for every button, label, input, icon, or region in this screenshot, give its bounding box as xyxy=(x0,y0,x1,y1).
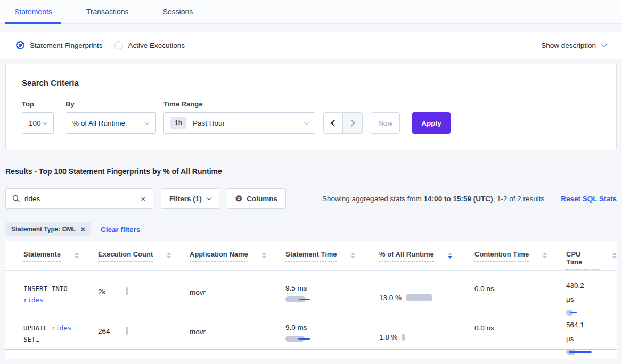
columns-button[interactable]: ⚙ Columns xyxy=(227,188,286,209)
clear-search-icon[interactable]: × xyxy=(140,194,146,203)
sort-asc-icon xyxy=(543,252,547,255)
sort-desc-icon xyxy=(543,256,547,259)
clear-filters-link[interactable]: Clear filters xyxy=(101,226,140,234)
by-label: By xyxy=(66,100,156,108)
pct-runtime-value: 13.0 % xyxy=(379,291,402,305)
chevron-down-icon xyxy=(43,120,48,125)
column-header-execution-count[interactable]: Execution Count xyxy=(98,250,190,270)
column-header-application-name[interactable]: Application Name xyxy=(190,250,285,270)
radio-active-executions[interactable]: Active Executions xyxy=(114,41,185,49)
radio-unselected-icon xyxy=(114,41,123,49)
sort-asc-icon xyxy=(612,252,617,255)
sort-icons xyxy=(351,250,355,259)
table-row[interactable]: UPDATE ridesSET…264movr9.0 ms1.8 %0.0 ns… xyxy=(5,310,617,350)
filter-pill-statement-type[interactable]: Statement Type: DML × xyxy=(5,222,91,236)
stddev-line xyxy=(569,351,592,353)
show-description-label: Show description xyxy=(541,42,596,49)
execution-count-cell: 264 xyxy=(98,318,190,355)
tab-statements[interactable]: Statements xyxy=(5,0,61,23)
radio-statement-fingerprints[interactable]: Statement Fingerprints xyxy=(16,41,103,49)
sort-asc-icon xyxy=(448,252,452,255)
execution-count-value: 264 xyxy=(98,327,110,335)
top-label: Top xyxy=(22,100,54,108)
sort-desc-icon xyxy=(612,256,617,259)
cpu-time-cell: 430.2 µs xyxy=(566,279,617,316)
columns-button-label: Columns xyxy=(247,195,277,203)
column-header-cpu-time[interactable]: CPU Time xyxy=(566,250,617,270)
search-box[interactable]: × xyxy=(5,188,153,209)
pct-runtime-value: 1.8 % xyxy=(379,330,398,344)
stddev-line xyxy=(298,338,310,340)
column-header-label: Contention Time xyxy=(474,250,529,262)
by-select[interactable]: % of All Runtime xyxy=(66,112,156,134)
sort-asc-icon xyxy=(351,252,355,255)
sort-desc-icon xyxy=(262,256,266,259)
search-icon xyxy=(12,195,20,202)
sort-desc-icon xyxy=(167,256,171,259)
show-description-toggle[interactable]: Show description xyxy=(541,42,606,49)
column-header--of-all-runtime[interactable]: % of All Runtime xyxy=(379,250,474,270)
vertical-divider xyxy=(553,188,553,209)
sort-icons xyxy=(167,250,171,259)
statement-cell: INSERT INTOrides xyxy=(23,279,98,316)
application-name-cell: movr xyxy=(190,318,285,355)
sort-icons xyxy=(448,250,452,259)
time-range-label: Time Range xyxy=(163,100,315,108)
table-row[interactable]: INSERT INTOrides2kmovr9.5 ms13.0 %0.0 ns… xyxy=(5,271,617,310)
search-input[interactable] xyxy=(24,195,140,203)
statement-cell: UPDATE ridesSET… xyxy=(23,318,98,355)
statement-fingerprint-link[interactable]: rides xyxy=(23,296,44,304)
sort-icons xyxy=(262,250,266,259)
gear-icon: ⚙ xyxy=(235,194,242,203)
cpu-time-value: 430.2 µs xyxy=(566,279,593,307)
filter-pill-label: Statement Type: DML xyxy=(11,226,76,233)
top-select[interactable]: 100 xyxy=(22,112,54,134)
top-tab-bar: StatementsTransactionsSessions xyxy=(0,0,622,24)
tab-sessions[interactable]: Sessions xyxy=(153,0,202,23)
cpu-time-bar-chart xyxy=(566,349,614,355)
sort-desc-icon xyxy=(75,256,79,259)
remove-filter-icon[interactable]: × xyxy=(81,225,85,234)
tab-transactions[interactable]: Transactions xyxy=(77,0,138,23)
pct-runtime-cell: 1.8 % xyxy=(379,318,474,355)
view-toggle-bar: Statement FingerprintsActive Executions … xyxy=(0,32,622,59)
next-time-window-button[interactable] xyxy=(343,112,363,134)
column-header-label: Statement Time xyxy=(285,250,337,262)
results-heading: Results - Top 100 Statement Fingerprints… xyxy=(5,167,617,176)
sort-icons xyxy=(75,250,79,259)
statements-table: StatementsExecution CountApplication Nam… xyxy=(5,241,617,359)
filters-button[interactable]: Filters (1) xyxy=(161,188,219,209)
pct-runtime-bar xyxy=(402,334,405,341)
column-header-label: CPU Time xyxy=(566,250,599,270)
time-range-value: Past Hour xyxy=(193,119,225,127)
by-select-value: % of All Runtime xyxy=(72,119,125,127)
column-header-statement-time[interactable]: Statement Time xyxy=(285,250,379,270)
column-header-contention-time[interactable]: Contention Time xyxy=(474,250,566,270)
search-criteria-title: Search Criteria xyxy=(22,78,600,87)
statement-time-value: 9.5 ms xyxy=(285,284,307,292)
applied-filters-row: Statement Type: DML × Clear filters xyxy=(5,222,617,236)
execution-count-bar xyxy=(126,327,128,335)
reset-sql-stats-link[interactable]: Reset SQL Stats xyxy=(561,195,617,203)
sort-asc-icon xyxy=(75,252,79,255)
stddev-line xyxy=(570,312,577,313)
statement-time-cell: 9.5 ms xyxy=(285,279,379,316)
chevron-down-icon xyxy=(206,195,211,201)
column-header-statements[interactable]: Statements xyxy=(23,250,98,270)
statement-text: UPDATE xyxy=(23,324,52,332)
time-range-badge: 1h xyxy=(170,117,186,129)
time-range-select[interactable]: 1h Past Hour xyxy=(163,112,315,134)
table-header-row: StatementsExecution CountApplication Nam… xyxy=(5,241,617,271)
previous-time-window-button[interactable] xyxy=(323,112,343,134)
chevron-down-icon xyxy=(304,120,309,125)
statement-fingerprint-link[interactable]: rides xyxy=(52,324,72,332)
statement-time-value: 9.0 ms xyxy=(285,324,307,332)
column-header-label: % of All Runtime xyxy=(379,250,434,262)
statement-time-cell: 9.0 ms xyxy=(285,318,379,355)
now-button[interactable]: Now xyxy=(371,112,400,134)
column-header-label: Execution Count xyxy=(98,250,153,262)
radio-selected-icon xyxy=(16,41,24,49)
top-select-value: 100 xyxy=(29,119,41,127)
apply-button[interactable]: Apply xyxy=(412,112,451,134)
cpu-time-value: 564.1 µs xyxy=(566,318,593,346)
